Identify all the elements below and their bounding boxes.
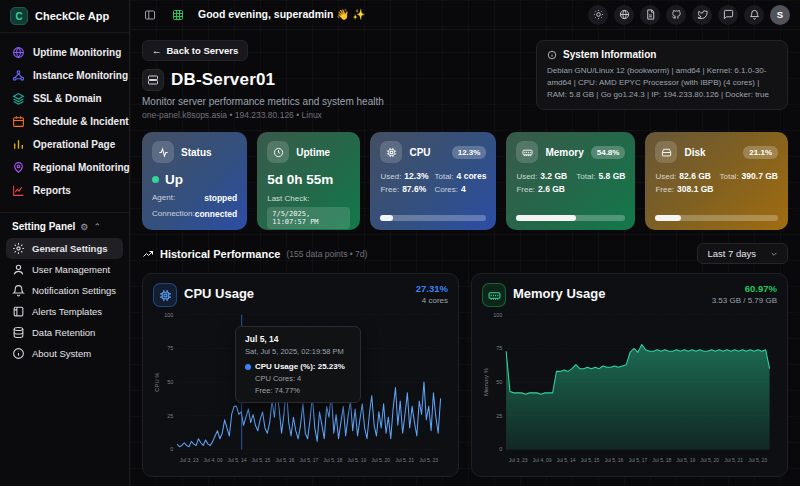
back-to-servers-button[interactable]: ← Back to Servers [142,40,248,61]
time-range-dropdown[interactable]: Last 7 days [697,243,788,264]
database-icon [12,326,25,339]
svg-text:Jul 5, 18: Jul 5, 18 [652,457,671,463]
svg-text:25: 25 [167,413,173,419]
docs-icon[interactable] [640,5,660,25]
memory-free-label: Free: [516,185,535,194]
svg-text:25: 25 [496,413,502,419]
historical-performance-title: Historical Performance [160,248,280,260]
svg-text:Jul 3, 23: Jul 3, 23 [509,457,528,463]
sidebar-item-label: Alerts Templates [32,306,102,317]
github-icon[interactable] [666,5,686,25]
cpu-chart-header: CPU Usage 27.31% 4 cores [153,283,448,307]
agent-row: Agent: stopped [152,193,237,203]
server-heading-block: ← Back to Servers DB-Server01 Monitor se… [142,40,384,120]
app-logo[interactable]: C CheckCle App [0,0,129,33]
status-card[interactable]: Status Up Agent: stopped Connection: con… [142,132,247,230]
status-card-title: Status [181,147,212,158]
svg-text:Jul 3, 23: Jul 3, 23 [180,457,199,463]
sidebar-item-uptime-monitoring[interactable]: Uptime Monitoring [6,41,123,64]
sidebar-item-label: Reports [33,185,71,196]
memory-card[interactable]: Memory 54.8% Used:3.2 GB Total:5.8 GB Fr… [506,132,635,230]
cpu-card-title: CPU [409,147,430,158]
svg-text:Jul 5, 16: Jul 5, 16 [275,457,294,463]
sidebar-item-operational-page[interactable]: Operational Page [6,133,123,156]
connection-value: connected [195,209,238,219]
app-root: C CheckCle App Uptime Monitoring Instanc… [0,0,800,486]
svg-text:CPU %: CPU % [155,373,161,392]
sidebar-item-label: SSL & Domain [33,93,102,104]
bar-chart-icon [12,138,25,151]
sidebar-item-notification-settings[interactable]: Notification Settings [6,280,123,301]
back-button-label: Back to Servers [167,45,239,56]
user-avatar[interactable]: S [770,5,790,25]
page-header: ← Back to Servers DB-Server01 Monitor se… [142,40,788,120]
sidebar-item-general-settings[interactable]: General Settings [6,238,123,259]
sidebar-item-label: Uptime Monitoring [33,47,121,58]
svg-text:Jul 5, 20: Jul 5, 20 [700,457,719,463]
svg-text:0: 0 [170,446,173,452]
globe-icon [12,46,25,59]
historical-performance-row: Historical Performance (155 data points … [142,243,788,264]
sidebar-item-alerts-templates[interactable]: Alerts Templates [6,301,123,322]
svg-text:Jul 5, 21: Jul 5, 21 [724,457,743,463]
sidebar-item-instance-monitoring[interactable]: Instance Monitoring [6,64,123,87]
feedback-icon[interactable] [718,5,738,25]
sidebar-item-schedule-incident[interactable]: Schedule & Incident [6,110,123,133]
cpu-used-value: 12.3% [404,171,428,181]
disk-used-label: Used: [655,172,676,181]
cpu-current-percent: 27.31% [416,283,448,294]
theme-toggle-icon[interactable] [588,5,608,25]
connection-row: Connection: connected [152,209,237,219]
checkcle-logo-icon: C [10,7,28,25]
cpu-card[interactable]: CPU 12.3% Used:12.3% Total:4 cores Free:… [370,132,496,230]
svg-text:Jul 5, 21: Jul 5, 21 [395,457,414,463]
trending-up-icon [142,248,154,260]
activity-icon [152,141,174,163]
language-icon[interactable] [614,5,634,25]
sidebar-item-user-management[interactable]: User Management [6,259,123,280]
memory-usage-chart-card: Memory Usage 60.97% 3.53 GB / 5.79 GB 02… [471,273,788,477]
status-value-row: Up [152,172,237,187]
settings-panel-title: Setting Panel [12,221,75,232]
svg-text:Jul 5, 15: Jul 5, 15 [252,457,271,463]
cpu-usage-chart-card: CPU Usage 27.31% 4 cores 0255075100Jul 3… [142,273,459,477]
disk-card[interactable]: Disk 21.1% Used:82.6 GB Total:390.7 GB F… [645,132,788,230]
charts-row: CPU Usage 27.31% 4 cores 0255075100Jul 3… [142,273,788,477]
twitter-icon[interactable] [692,5,712,25]
cpu-total-label: Total: [434,172,453,181]
sidebar-item-label: Regional Monitoring [33,162,130,173]
svg-text:Jul 4, 09: Jul 4, 09 [204,457,223,463]
svg-text:0: 0 [499,446,502,452]
grid-table-icon[interactable] [168,5,188,25]
settings-panel-header[interactable]: Setting Panel ⚙ ⌃ [0,213,129,236]
info-circle-icon [547,50,557,60]
cpu-free-value: 87.6% [402,184,426,194]
page-content: ← Back to Servers DB-Server01 Monitor se… [130,30,800,486]
cpu-chip-icon [153,283,177,307]
sidebar-toggle-icon[interactable] [140,5,160,25]
agent-value: stopped [204,193,237,203]
cpu-chart-stats: 27.31% 4 cores [416,283,448,305]
sidebar-item-ssl-domain[interactable]: SSL & Domain [6,87,123,110]
sidebar-item-about-system[interactable]: About System [6,343,123,364]
memory-badge: 54.8% [591,146,626,159]
memory-usage-chart[interactable]: 0255075100Jul 3, 23Jul 4, 09Jul 5, 14Jul… [482,307,777,469]
sidebar-item-label: Data Retention [32,327,95,338]
greeting-text: Good evening, superadmin 👋 ✨ [198,8,365,21]
svg-text:Jul 5, 19: Jul 5, 19 [676,457,695,463]
memory-stats: Used:3.2 GB Total:5.8 GB Free:2.6 GB [516,171,625,194]
sidebar-item-label: General Settings [32,243,108,254]
notifications-bell-icon[interactable] [744,5,764,25]
sidebar-item-reports[interactable]: Reports [6,179,123,202]
sidebar-item-data-retention[interactable]: Data Retention [6,322,123,343]
sidebar-item-label: Notification Settings [32,285,116,296]
uptime-card[interactable]: Uptime 5d 0h 55m Last Check: 7/5/2025, 1… [257,132,360,230]
last-check-label: Last Check: [267,194,350,203]
tooltip-metric-row: CPU Usage (%): 25.23% [245,362,351,371]
svg-text:Jul 5, 16: Jul 5, 16 [604,457,623,463]
cpu-progress-bar [380,215,486,221]
sidebar-item-regional-monitoring[interactable]: Regional Monitoring [6,156,123,179]
status-up-dot [152,176,159,183]
chevron-up-icon: ⌃ [93,222,101,232]
system-information-title: System Information [563,49,656,60]
